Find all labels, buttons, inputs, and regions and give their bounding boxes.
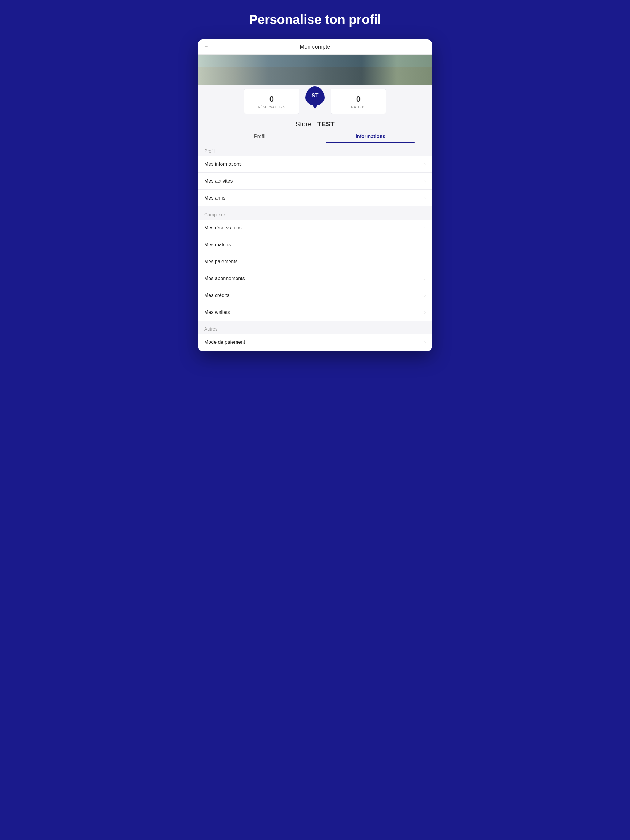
matches-value: 0 xyxy=(334,95,383,104)
device-frame: ≡ Mon compte 0 RÉSERVATIONS ST 0 MATCHS … xyxy=(198,39,432,351)
menu-item-label: Mes paiements xyxy=(204,259,238,264)
reservations-value: 0 xyxy=(247,95,296,104)
section-profil-header: Profil xyxy=(198,143,432,156)
menu-item-label: Mode de paiement xyxy=(204,339,245,345)
menu-item-mes-abonnements[interactable]: Mes abonnements › xyxy=(198,270,432,287)
chevron-right-icon: › xyxy=(424,293,426,298)
menu-item-label: Mes crédits xyxy=(204,293,230,298)
avatar: ST xyxy=(306,87,324,106)
user-last-name: TEST xyxy=(317,120,334,128)
menu-item-mes-amis[interactable]: Mes amis › xyxy=(198,190,432,206)
chevron-right-icon: › xyxy=(424,309,426,315)
banner xyxy=(198,55,432,85)
banner-overlay xyxy=(198,55,432,85)
tabs-row: Profil Informations xyxy=(198,129,432,143)
menu-item-mes-activites[interactable]: Mes activités › xyxy=(198,173,432,190)
menu-item-label: Mes réservations xyxy=(204,225,242,231)
menu-item-mes-wallets[interactable]: Mes wallets › xyxy=(198,304,432,321)
section-profil: Profil Mes informations › Mes activités … xyxy=(198,143,432,206)
chevron-right-icon: › xyxy=(424,242,426,248)
menu-item-mes-reservations[interactable]: Mes réservations › xyxy=(198,219,432,237)
tab-profil[interactable]: Profil xyxy=(204,129,315,143)
chevron-right-icon: › xyxy=(424,195,426,201)
reservations-label: RÉSERVATIONS xyxy=(258,106,285,109)
menu-item-mes-paiements[interactable]: Mes paiements › xyxy=(198,253,432,270)
header-title: Mon compte xyxy=(300,44,330,50)
section-complexe-header: Complexe xyxy=(198,207,432,219)
matches-stat: 0 MATCHS xyxy=(331,88,386,114)
menu-item-label: Mes informations xyxy=(204,161,242,167)
chevron-right-icon: › xyxy=(424,276,426,281)
menu-item-label: Mes wallets xyxy=(204,309,230,315)
menu-item-label: Mes activités xyxy=(204,178,233,184)
chevron-right-icon: › xyxy=(424,339,426,345)
tab-informations[interactable]: Informations xyxy=(315,129,426,143)
chevron-right-icon: › xyxy=(424,161,426,167)
chevron-right-icon: › xyxy=(424,178,426,184)
section-autres: Autres Mode de paiement › xyxy=(198,321,432,351)
menu-content: Profil Mes informations › Mes activités … xyxy=(198,143,432,351)
app-header: ≡ Mon compte xyxy=(198,39,432,55)
user-name: Store TEST xyxy=(198,117,432,129)
section-complexe: Complexe Mes réservations › Mes matchs ›… xyxy=(198,207,432,321)
chevron-right-icon: › xyxy=(424,259,426,264)
menu-item-mes-credits[interactable]: Mes crédits › xyxy=(198,287,432,304)
stats-row: 0 RÉSERVATIONS ST 0 MATCHS xyxy=(198,85,432,117)
avatar-pin: ST xyxy=(304,87,326,111)
menu-item-mode-paiement[interactable]: Mode de paiement › xyxy=(198,334,432,351)
page-title: Personalise ton profil xyxy=(249,12,381,27)
user-first-name: Store xyxy=(295,120,312,128)
menu-item-mes-matchs[interactable]: Mes matchs › xyxy=(198,237,432,253)
menu-item-mes-informations[interactable]: Mes informations › xyxy=(198,156,432,173)
menu-item-label: Mes amis xyxy=(204,195,225,201)
menu-item-label: Mes matchs xyxy=(204,242,231,248)
hamburger-icon[interactable]: ≡ xyxy=(204,43,208,51)
banner-building xyxy=(198,55,432,85)
menu-item-label: Mes abonnements xyxy=(204,276,245,281)
reservations-stat: 0 RÉSERVATIONS xyxy=(244,88,299,114)
chevron-right-icon: › xyxy=(424,225,426,231)
matches-label: MATCHS xyxy=(351,106,366,109)
section-autres-header: Autres xyxy=(198,321,432,334)
